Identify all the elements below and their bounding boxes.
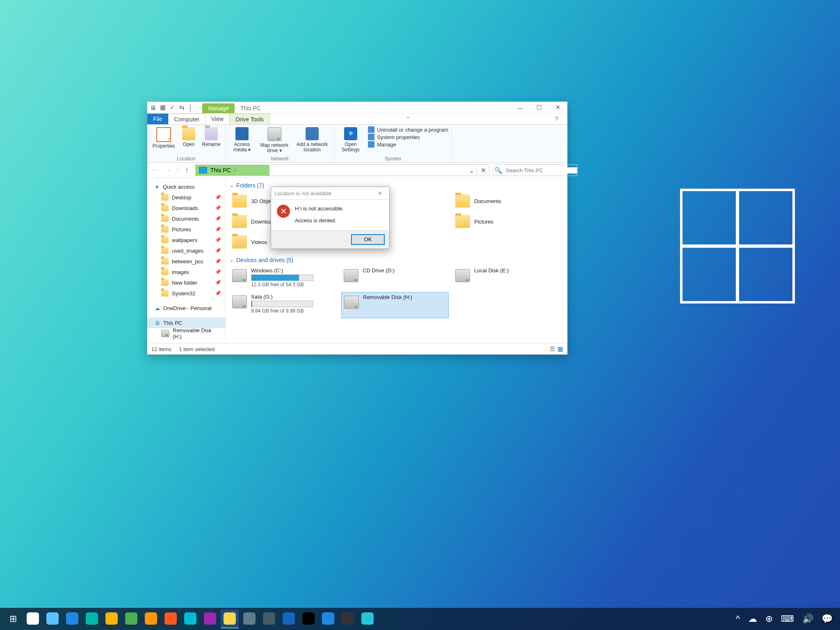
- folder-icon: [455, 194, 470, 208]
- taskbar-app[interactable]: [83, 609, 101, 628]
- taskbar-app[interactable]: [103, 609, 121, 628]
- properties-button[interactable]: ✓Properties: [151, 126, 177, 156]
- volume-tray-icon[interactable]: 🔊: [802, 614, 813, 624]
- taskbar-app[interactable]: [221, 609, 239, 628]
- taskbar-app[interactable]: [201, 609, 219, 628]
- taskbar-app[interactable]: [240, 609, 258, 628]
- recent-dropdown-icon[interactable]: ⌄: [176, 166, 180, 175]
- taskbar-app[interactable]: [122, 609, 140, 628]
- system-tray[interactable]: ^ ☁ ⊕ ⌨ 🔊 💬: [732, 614, 837, 624]
- drive-item[interactable]: Removable Disk (H:): [341, 292, 449, 318]
- drive-icon: [344, 296, 359, 309]
- breadcrumb[interactable]: This PC: [210, 167, 231, 173]
- address-bar[interactable]: This PC › ⌄ ✕: [195, 164, 490, 176]
- onedrive-tray-icon[interactable]: ☁: [748, 614, 757, 624]
- drive-item[interactable]: Local Disk (E:): [453, 266, 559, 291]
- system-properties-link[interactable]: System properties: [368, 134, 448, 140]
- search-input[interactable]: [503, 167, 577, 173]
- minimize-button[interactable]: —: [511, 102, 530, 113]
- refresh-button[interactable]: ✕: [477, 167, 489, 174]
- rename-button[interactable]: Rename: [201, 126, 222, 156]
- dialog-close-button[interactable]: ✕: [374, 190, 386, 196]
- sidebar-item[interactable]: Downloads📌: [147, 203, 225, 213]
- sidebar-item[interactable]: Desktop📌: [147, 192, 225, 203]
- drive-label: Local Disk (E:): [474, 267, 509, 274]
- up-button[interactable]: ↑: [185, 166, 189, 175]
- sidebar-item[interactable]: between_pcs📌: [147, 256, 225, 267]
- sidebar-item[interactable]: Pictures📌: [147, 224, 225, 235]
- drive-item[interactable]: Windows (C:)12.3 GB free of 54.3 GB: [230, 266, 336, 291]
- removable-disk-node[interactable]: Removable Disk (H:): [147, 328, 225, 339]
- help-icon[interactable]: ?: [546, 114, 567, 124]
- map-drive-button[interactable]: Map network drive ▾: [258, 126, 291, 156]
- navigation-pane[interactable]: ★Quick access Desktop📌Downloads📌Document…: [147, 178, 226, 343]
- manage-link[interactable]: Manage: [368, 141, 448, 148]
- open-settings-button[interactable]: ⚙Open Settings: [338, 126, 364, 156]
- taskbar[interactable]: ⊞ ^ ☁ ⊕ ⌨ 🔊 💬: [0, 608, 840, 630]
- ribbon-collapse-icon[interactable]: ⌃: [400, 114, 416, 124]
- maximize-button[interactable]: ☐: [530, 102, 548, 113]
- pin-icon: 📌: [215, 226, 221, 232]
- qat-chevron[interactable]: │: [189, 104, 192, 111]
- taskbar-app[interactable]: [24, 609, 42, 628]
- pc-icon: [199, 167, 207, 173]
- address-dropdown-icon[interactable]: ⌄: [466, 167, 477, 174]
- taskbar-app[interactable]: [299, 609, 317, 628]
- access-media-button[interactable]: Access media ▾: [229, 126, 255, 156]
- notifications-icon[interactable]: 💬: [822, 614, 833, 624]
- sidebar-item[interactable]: Documents📌: [147, 213, 225, 224]
- titlebar[interactable]: 🖥 ▦ ✓ ⇆ │ Manage This PC — ☐ ✕: [147, 102, 567, 114]
- drive-icon: [455, 269, 470, 282]
- search-box[interactable]: 🔍: [493, 164, 578, 176]
- tab-file[interactable]: File: [147, 114, 168, 124]
- forward-button[interactable]: →: [164, 166, 171, 175]
- tab-drive-tools[interactable]: Drive Tools: [229, 114, 270, 124]
- add-location-button[interactable]: Add a network location: [294, 126, 331, 156]
- tiles-view-icon[interactable]: ▦: [557, 345, 563, 353]
- input-tray-icon[interactable]: ⌨: [781, 614, 794, 624]
- sidebar-item[interactable]: wallpapers📌: [147, 235, 225, 245]
- breadcrumb-sep[interactable]: ›: [234, 167, 236, 173]
- onedrive-node[interactable]: ☁OneDrive - Personal: [147, 303, 225, 313]
- taskbar-app[interactable]: [319, 609, 337, 628]
- tab-computer[interactable]: Computer: [168, 114, 205, 124]
- qat-item[interactable]: ✓: [170, 104, 175, 111]
- tab-view[interactable]: View: [205, 114, 229, 124]
- qat-item[interactable]: ▦: [160, 104, 166, 111]
- folder-item[interactable]: Documents: [453, 191, 559, 211]
- taskbar-app[interactable]: [358, 609, 377, 628]
- windows-logo-watermark: [680, 189, 795, 304]
- ok-button[interactable]: OK: [352, 235, 384, 244]
- security-tray-icon[interactable]: ⊕: [765, 614, 773, 624]
- sidebar-item[interactable]: images📌: [147, 267, 225, 277]
- dialog-titlebar[interactable]: Location is not available ✕: [271, 187, 389, 200]
- taskbar-app[interactable]: [339, 609, 357, 628]
- uninstall-link[interactable]: Uninstall or change a program: [368, 126, 448, 133]
- taskbar-app[interactable]: [162, 609, 180, 628]
- taskbar-app[interactable]: [43, 609, 62, 628]
- drives-section-header[interactable]: ⌄Devices and drives (5): [230, 254, 567, 266]
- taskbar-app[interactable]: [280, 609, 298, 628]
- sidebar-item[interactable]: System32📌: [147, 288, 225, 299]
- drive-item[interactable]: Sata (G:)9.94 GB free of 9.98 GB: [230, 292, 336, 317]
- close-button[interactable]: ✕: [548, 102, 567, 113]
- open-button[interactable]: Open: [179, 126, 198, 156]
- folder-item[interactable]: Pictures: [453, 212, 559, 231]
- drive-item[interactable]: CD Drive (D:): [341, 266, 448, 291]
- sidebar-item[interactable]: New folder📌: [147, 277, 225, 288]
- tray-chevron-icon[interactable]: ^: [736, 614, 740, 624]
- quick-access-node[interactable]: ★Quick access: [147, 181, 225, 192]
- details-view-icon[interactable]: ☰: [550, 345, 555, 353]
- back-button[interactable]: ←: [151, 166, 159, 175]
- taskbar-app[interactable]: [63, 609, 81, 628]
- contextual-tab-manage[interactable]: Manage: [202, 103, 235, 113]
- sidebar-item[interactable]: used_images📌: [147, 245, 225, 256]
- taskbar-app[interactable]: [260, 609, 278, 628]
- pin-icon: 📌: [215, 290, 221, 296]
- start-button[interactable]: ⊞: [4, 610, 22, 628]
- folder-icon: [232, 235, 247, 249]
- this-pc-node[interactable]: 🖥This PC: [147, 317, 225, 328]
- taskbar-app[interactable]: [142, 609, 160, 628]
- qat-item[interactable]: ⇆: [179, 104, 185, 111]
- taskbar-app[interactable]: [181, 609, 199, 628]
